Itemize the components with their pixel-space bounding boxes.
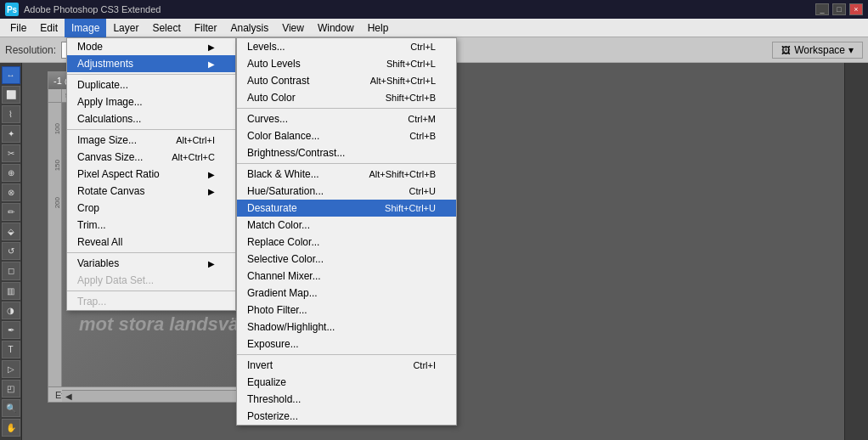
menu-image[interactable]: Image [65,19,106,37]
menu-apply-dataset[interactable]: Apply Data Set... [67,272,235,289]
tool-eyedropper[interactable]: ⊕ [2,164,20,182]
menu-apply-image[interactable]: Apply Image... [67,93,235,110]
menu-adjustments-label: Adjustments [77,58,133,70]
menu-select[interactable]: Select [145,19,187,37]
menu-calculations[interactable]: Calculations... [67,110,235,127]
menu-variables[interactable]: Variables ▶ [67,255,235,272]
menu-mode[interactable]: Mode ▶ [67,38,235,55]
maximize-btn[interactable]: □ [832,3,846,15]
tool-stamp[interactable]: ⬙ [2,223,20,240]
workspace-area: 🖼 Workspace ▾ [772,42,863,59]
menu-pixel-aspect[interactable]: Pixel Aspect Ratio ▶ [67,166,235,183]
adj-desaturate-shortcut: Shift+Ctrl+U [385,203,436,213]
menu-trim[interactable]: Trim... [67,217,235,234]
tool-magic-wand[interactable]: ✦ [2,125,20,143]
tool-history[interactable]: ↺ [2,242,20,260]
adj-hue-saturation[interactable]: Hue/Saturation... Ctrl+U [237,183,456,200]
adj-levels[interactable]: Levels... Ctrl+L [237,38,456,55]
adj-desaturate[interactable]: Desaturate Shift+Ctrl+U [237,200,456,217]
adj-curves[interactable]: Curves... Ctrl+M [237,110,456,127]
menu-trap-label: Trap... [77,296,106,307]
resolution-label: Resolution: [5,44,56,56]
menu-analysis[interactable]: Analysis [223,19,275,37]
menu-duplicate-label: Duplicate... [77,79,128,91]
close-btn[interactable]: × [849,3,863,15]
menu-reveal-all[interactable]: Reveal All [67,234,235,251]
adj-replace-color-label: Replace Color... [247,236,319,248]
menu-view[interactable]: View [275,19,311,37]
adj-channel-mixer[interactable]: Channel Mixer... [237,268,456,285]
adj-auto-contrast-label: Auto Contrast [247,75,309,87]
adj-threshold[interactable]: Threshold... [237,391,456,408]
menu-pixel-aspect-arrow: ▶ [208,170,215,179]
adj-equalize[interactable]: Equalize [237,374,456,391]
menu-image-size-label: Image Size... [77,134,137,146]
adj-invert-label: Invert [247,359,273,371]
menu-canvas-size[interactable]: Canvas Size... Alt+Ctrl+C [67,149,235,166]
tool-shape[interactable]: ◰ [2,380,20,398]
tool-select-rect[interactable]: ⬜ [2,86,20,104]
adj-equalize-label: Equalize [247,376,286,388]
adj-black-white[interactable]: Black & White... Alt+Shift+Ctrl+B [237,166,456,183]
tool-eraser[interactable]: ◻ [2,262,20,279]
tool-zoom[interactable]: 🔍 [2,399,20,417]
workspace-arrow-icon: ▾ [848,44,854,56]
scroll-left-icon[interactable]: ◀ [65,392,72,401]
tool-move[interactable]: ↔ [2,66,20,84]
adj-replace-color[interactable]: Replace Color... [237,234,456,251]
adj-brightness-contrast[interactable]: Brightness/Contrast... [237,144,456,161]
adj-auto-color[interactable]: Auto Color Shift+Ctrl+B [237,89,456,106]
adj-color-balance-shortcut: Ctrl+B [409,131,436,141]
adj-auto-levels[interactable]: Auto Levels Shift+Ctrl+L [237,55,456,72]
adj-photo-filter[interactable]: Photo Filter... [237,302,456,319]
menu-crop[interactable]: Crop [67,200,235,217]
menu-file[interactable]: File [3,19,33,37]
menu-trap[interactable]: Trap... [67,293,235,310]
menu-edit[interactable]: Edit [33,19,65,37]
tool-path-select[interactable]: ▷ [2,360,20,378]
menu-calculations-label: Calculations... [77,113,141,125]
adj-match-color[interactable]: Match Color... [237,217,456,234]
menu-filter[interactable]: Filter [188,19,224,37]
menu-image-size-shortcut: Alt+Ctrl+I [176,135,215,145]
adj-hue-saturation-shortcut: Ctrl+U [409,186,436,196]
tool-crop[interactable]: ✂ [2,144,20,162]
menu-layer[interactable]: Layer [106,19,145,37]
tool-dodge[interactable]: ◑ [2,302,20,319]
canvas-ruler-vertical: 100 150 200 [48,103,62,386]
adj-shadow-highlight[interactable]: Shadow/Highlight... [237,319,456,336]
adj-match-color-label: Match Color... [247,219,310,231]
menu-duplicate[interactable]: Duplicate... [67,76,235,93]
tool-gradient[interactable]: ▥ [2,282,20,300]
tool-text[interactable]: T [2,341,20,358]
tool-hand[interactable]: ✋ [2,419,20,437]
menu-rotate-canvas[interactable]: Rotate Canvas ▶ [67,183,235,200]
adj-color-balance[interactable]: Color Balance... Ctrl+B [237,127,456,144]
workspace-btn[interactable]: 🖼 Workspace ▾ [772,42,863,59]
menu-mode-label: Mode [77,41,103,53]
adj-desaturate-label: Desaturate [247,202,297,214]
tool-heal[interactable]: ⊗ [2,183,20,201]
tool-brush[interactable]: ✏ [2,203,20,221]
menu-trim-label: Trim... [77,219,106,231]
menu-image-size[interactable]: Image Size... Alt+Ctrl+I [67,132,235,149]
adj-invert[interactable]: Invert Ctrl+I [237,357,456,374]
adj-auto-contrast[interactable]: Auto Contrast Alt+Shift+Ctrl+L [237,72,456,89]
menu-apply-dataset-label: Apply Data Set... [77,274,154,286]
menu-window[interactable]: Window [311,19,361,37]
adj-brightness-contrast-label: Brightness/Contrast... [247,147,345,159]
tool-lasso[interactable]: ⌇ [2,105,20,123]
ps-logo: Ps [5,3,19,16]
adjustments-submenu: Levels... Ctrl+L Auto Levels Shift+Ctrl+… [236,37,457,426]
menu-adjustments[interactable]: Adjustments ▶ [67,55,235,72]
minimize-btn[interactable]: _ [815,3,829,15]
adj-exposure[interactable]: Exposure... [237,336,456,353]
adj-selective-color[interactable]: Selective Color... [237,251,456,268]
tool-pen[interactable]: ✒ [2,321,20,339]
adj-gradient-map[interactable]: Gradient Map... [237,285,456,302]
menu-mode-arrow: ▶ [208,42,215,52]
menu-canvas-size-shortcut: Alt+Ctrl+C [172,152,215,162]
adj-color-balance-label: Color Balance... [247,130,319,142]
menu-help[interactable]: Help [361,19,396,37]
adj-posterize[interactable]: Posterize... [237,408,456,425]
